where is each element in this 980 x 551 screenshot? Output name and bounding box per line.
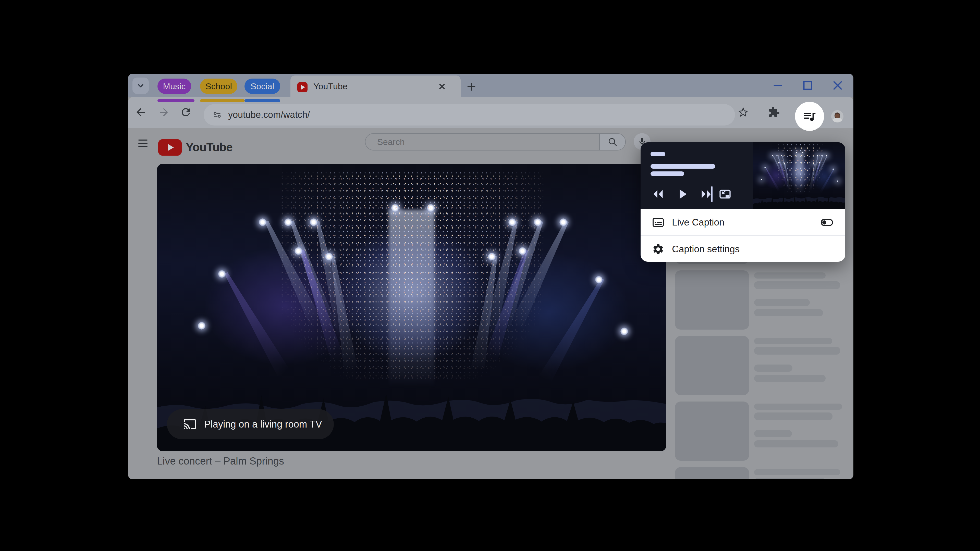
- text-line-skeleton: [754, 281, 840, 289]
- url-text: youtube.com/watch/: [228, 110, 310, 120]
- gear-icon: [652, 243, 664, 256]
- thumbnail-skeleton: [675, 336, 749, 395]
- live-caption-label: Live Caption: [672, 217, 724, 228]
- tab-group-school[interactable]: School: [200, 79, 237, 94]
- youtube-search-input[interactable]: Search: [365, 133, 599, 151]
- tab-group-music[interactable]: Music: [158, 79, 191, 94]
- site-info-icon[interactable]: [212, 110, 222, 120]
- cast-status-overlay: Playing on a living room TV: [167, 409, 334, 439]
- tab-group-line-school: [200, 99, 245, 102]
- text-line-skeleton: [754, 375, 826, 382]
- tab-close-icon[interactable]: [438, 82, 447, 91]
- bookmark-star-button[interactable]: [737, 106, 749, 118]
- tab-search-button[interactable]: [132, 78, 149, 94]
- caption-settings-row[interactable]: Caption settings: [641, 236, 845, 262]
- controls-divider: [711, 186, 713, 202]
- search-placeholder: Search: [377, 137, 405, 147]
- maximize-icon: [802, 80, 813, 91]
- back-button[interactable]: [135, 106, 147, 118]
- forward-button[interactable]: [158, 106, 170, 118]
- dot-layer: [259, 218, 266, 226]
- text-line-skeleton: [754, 413, 832, 420]
- next-track-button[interactable]: [701, 189, 713, 199]
- caption-menu: Live Caption Caption settings: [641, 209, 845, 262]
- dot-layer: [218, 270, 226, 278]
- new-tab-button[interactable]: [466, 81, 477, 93]
- media-title-skeleton: [651, 164, 715, 168]
- tab-group-social[interactable]: Social: [245, 79, 280, 94]
- live-caption-row[interactable]: Live Caption: [641, 209, 845, 235]
- text-line-skeleton: [754, 338, 832, 344]
- live-caption-toggle[interactable]: [821, 219, 833, 226]
- address-bar[interactable]: youtube.com/watch/: [204, 104, 735, 125]
- chevron-down-icon: [136, 81, 145, 90]
- text-line-skeleton: [754, 365, 792, 372]
- window-controls: [772, 74, 843, 97]
- previous-track-button[interactable]: [652, 189, 663, 199]
- play-button[interactable]: [678, 189, 687, 199]
- youtube-favicon-icon: [298, 82, 307, 92]
- thumbnail-skeleton: [675, 467, 749, 479]
- cast-icon: [183, 418, 197, 431]
- dot-layer: [559, 218, 567, 226]
- text-line-skeleton: [754, 403, 842, 410]
- video-title: Live concert – Palm Springs: [157, 455, 284, 467]
- extensions-puzzle-button[interactable]: [768, 106, 780, 118]
- minimize-icon: [772, 80, 783, 91]
- media-session-card[interactable]: [641, 142, 845, 209]
- maximize-button[interactable]: [802, 80, 813, 91]
- minimize-button[interactable]: [772, 80, 783, 91]
- dot-layer: [198, 322, 205, 330]
- search-icon: [608, 137, 617, 147]
- text-line-skeleton: [754, 272, 826, 279]
- close-window-button[interactable]: [832, 80, 843, 91]
- tab-youtube[interactable]: YouTube: [290, 76, 461, 97]
- close-icon: [832, 80, 843, 91]
- dot-layer: [832, 168, 834, 170]
- caption-settings-label: Caption settings: [672, 244, 740, 254]
- media-artwork: [753, 142, 845, 209]
- youtube-wordmark: YouTube: [186, 139, 232, 156]
- queue-music-icon: [802, 109, 817, 124]
- text-line-skeleton: [754, 309, 823, 316]
- media-source-skeleton: [651, 152, 665, 156]
- tab-title: YouTube: [313, 76, 348, 97]
- tab-group-line-music: [158, 99, 194, 102]
- global-media-controls-popup: Live Caption Caption settings: [641, 142, 845, 262]
- thumbnail-skeleton: [675, 270, 749, 330]
- youtube-logo-icon[interactable]: [158, 139, 182, 156]
- tab-group-line-social: [245, 99, 280, 102]
- media-artist-skeleton: [651, 171, 684, 176]
- text-line-skeleton: [754, 478, 826, 479]
- live-caption-icon: [652, 216, 664, 229]
- text-line-skeleton: [754, 347, 840, 354]
- browser-window: MusicSchoolSocial YouTube: [128, 74, 853, 479]
- picture-in-picture-button[interactable]: [718, 187, 732, 201]
- video-player[interactable]: Playing on a living room TV: [157, 164, 667, 451]
- crowd-silhouette: [753, 183, 845, 209]
- youtube-search-button[interactable]: [599, 133, 626, 151]
- text-line-skeleton: [754, 299, 810, 306]
- youtube-menu-button[interactable]: [138, 140, 148, 147]
- dot-layer: [826, 155, 827, 156]
- text-line-skeleton: [754, 469, 840, 475]
- tab-strip: MusicSchoolSocial YouTube: [128, 74, 853, 97]
- toolbar-divider: [128, 128, 853, 128]
- avatar-face: [835, 114, 840, 118]
- text-line-skeleton: [754, 440, 838, 448]
- text-line-skeleton: [754, 430, 792, 437]
- dot-layer: [772, 155, 773, 156]
- dot-layer: [837, 180, 838, 182]
- concert-video-frame: [157, 164, 667, 451]
- reload-button[interactable]: [180, 106, 192, 118]
- profile-avatar[interactable]: [831, 110, 843, 122]
- thumbnail-skeleton: [675, 402, 749, 461]
- media-controls-button[interactable]: [795, 102, 824, 131]
- dot-layer: [764, 167, 765, 168]
- cast-status-text: Playing on a living room TV: [204, 419, 322, 430]
